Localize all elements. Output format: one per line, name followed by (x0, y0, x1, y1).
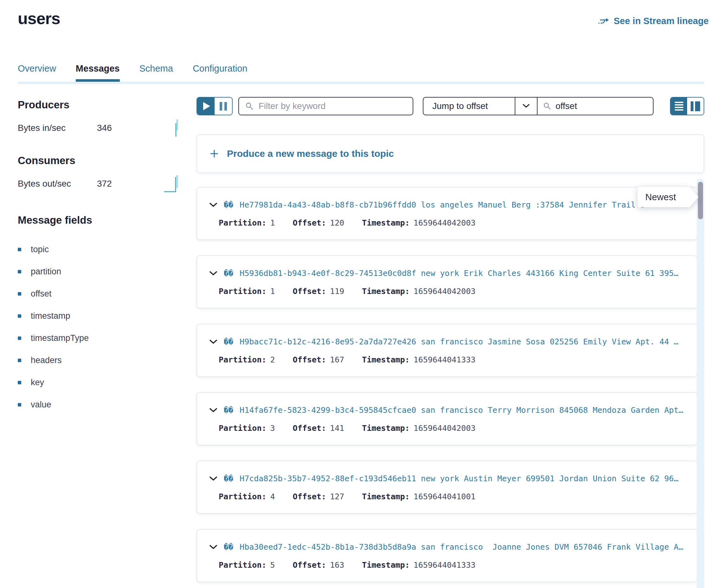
column-view-icon (690, 101, 700, 111)
message-row[interactable]: �� H14fa67fe-5823-4299-b3c4-595845cfcae0… (197, 392, 697, 445)
expand-chevron-icon[interactable] (209, 545, 218, 550)
bytes-in-sparkline (172, 119, 180, 137)
bytes-out-metric: Bytes out/sec 372 (18, 174, 180, 193)
offset-label: Offset: (293, 355, 326, 364)
offset-pair: Offset: 141 (293, 424, 345, 433)
bytes-in-label: Bytes in/sec (18, 123, 97, 133)
bytes-in-metric: Bytes in/sec 346 (18, 119, 180, 138)
message-summary: �� Hba30eed7-1edc-452b-8b1a-738d3b5d8a9a… (209, 542, 685, 551)
message-row[interactable]: �� He77981da-4a43-48ab-b8f8-cb71b96ffdd0… (197, 187, 697, 240)
message-key-glyphs: �� (224, 200, 233, 209)
message-fields-heading: Message fields (18, 214, 180, 226)
offset-label: Offset: (293, 424, 326, 433)
field-bullet-icon (18, 292, 21, 296)
expand-chevron-icon[interactable] (209, 271, 218, 276)
field-label: timestampType (31, 333, 89, 343)
produce-message-label: Produce a new message to this topic (227, 148, 394, 159)
timestamp-label: Timestamp: (362, 492, 410, 501)
message-key-text: Hba30eed7-1edc-452b-8b1a-738d3b5d8a9a sa… (240, 542, 683, 551)
offset-label: Offset: (293, 218, 326, 228)
message-summary: �� H7cda825b-35b7-4952-88ef-c193d546eb11… (209, 474, 685, 483)
scrollbar-track[interactable] (697, 179, 704, 588)
message-row[interactable]: �� H9bacc71c-b12c-4216-8e95-2a7da727e426… (197, 324, 697, 377)
tab-bar: Overview Messages Schema Configuration (18, 63, 247, 74)
consumers-heading: Consumers (18, 154, 180, 167)
partition-pair: Partition: 3 (219, 424, 275, 433)
offset-search-input[interactable] (556, 101, 647, 111)
play-pause-control (197, 97, 233, 115)
partition-pair: Partition: 2 (219, 355, 275, 364)
message-field-item[interactable]: key (18, 371, 180, 394)
message-field-item[interactable]: timestamp (18, 305, 180, 327)
timestamp-value: 1659644041333 (414, 561, 476, 570)
timestamp-label: Timestamp: (362, 561, 410, 570)
partition-label: Partition: (219, 355, 267, 364)
produce-message-button[interactable]: Produce a new message to this topic (197, 134, 704, 173)
see-in-stream-lineage-link[interactable]: See in Stream lineage (598, 16, 709, 26)
tab-configuration[interactable]: Configuration (193, 63, 248, 74)
timestamp-label: Timestamp: (362, 355, 410, 364)
field-label: topic (31, 245, 49, 254)
message-summary: �� H5936db81-b943-4e0f-8c29-74513e0c0d8f… (209, 269, 685, 278)
message-key-text: He77981da-4a43-48ab-b8f8-cb71b96ffdd0 lo… (240, 200, 645, 209)
timestamp-pair: Timestamp: 1659644042003 (362, 218, 475, 228)
newest-tooltip: Newest (638, 187, 690, 207)
expand-chevron-icon[interactable] (209, 339, 218, 344)
partition-value: 5 (270, 561, 275, 570)
expand-chevron-icon[interactable] (209, 476, 218, 481)
field-bullet-icon (18, 314, 21, 318)
message-field-item[interactable]: partition (18, 260, 180, 282)
partition-pair: Partition: 1 (219, 218, 275, 228)
jump-select-value[interactable]: Jump to offset (424, 98, 515, 115)
message-meta: Partition: 1 Offset: 119 Timestamp: 1659… (219, 287, 685, 296)
play-icon (203, 102, 210, 110)
message-row[interactable]: �� H5936db81-b943-4e0f-8c29-74513e0c0d8f… (197, 255, 697, 309)
offset-pair: Offset: 167 (293, 355, 345, 364)
message-field-item[interactable]: value (18, 394, 180, 416)
message-key-text: H7cda825b-35b7-4952-88ef-c193d546eb11 ne… (240, 474, 679, 483)
lineage-link-label: See in Stream lineage (614, 16, 709, 26)
timestamp-label: Timestamp: (362, 287, 410, 296)
bytes-out-sparkline (164, 174, 180, 193)
timestamp-value: 1659644042003 (414, 424, 476, 433)
timestamp-value: 1659644041333 (414, 355, 476, 364)
partition-pair: Partition: 5 (219, 561, 275, 570)
column-view-button[interactable] (687, 98, 704, 115)
message-list: �� He77981da-4a43-48ab-b8f8-cb71b96ffdd0… (197, 187, 697, 582)
expand-chevron-icon[interactable] (209, 203, 218, 208)
tab-schema[interactable]: Schema (140, 63, 173, 74)
offset-search-icon (543, 102, 551, 110)
pause-button[interactable] (214, 98, 232, 115)
stream-lineage-icon (598, 17, 609, 26)
message-row[interactable]: �� Hba30eed7-1edc-452b-8b1a-738d3b5d8a9a… (197, 529, 697, 582)
tab-messages[interactable]: Messages (76, 63, 120, 74)
message-field-item[interactable]: timestampType (18, 327, 180, 349)
filter-input[interactable] (259, 101, 406, 111)
timestamp-pair: Timestamp: 1659644041001 (362, 492, 475, 501)
list-view-button[interactable] (671, 98, 687, 115)
timestamp-value: 1659644041001 (414, 492, 476, 501)
offset-label: Offset: (293, 561, 326, 570)
field-bullet-icon (18, 270, 21, 273)
plus-icon (209, 149, 219, 159)
field-label: timestamp (31, 311, 70, 321)
tab-overview[interactable]: Overview (18, 63, 56, 74)
view-mode-toggle (670, 97, 704, 115)
message-key-glyphs: �� (224, 405, 233, 415)
play-button[interactable] (197, 98, 214, 115)
message-field-item[interactable]: headers (18, 349, 180, 371)
offset-value: 163 (330, 561, 344, 570)
partition-label: Partition: (219, 424, 267, 433)
message-row[interactable]: �� H7cda825b-35b7-4952-88ef-c193d546eb11… (197, 461, 697, 514)
message-field-item[interactable]: offset (18, 282, 180, 305)
page-title: users (18, 9, 60, 28)
field-bullet-icon (18, 381, 21, 384)
offset-value: 127 (330, 492, 344, 501)
partition-pair: Partition: 4 (219, 492, 275, 501)
message-field-item[interactable]: topic (18, 238, 180, 260)
scrollbar-thumb[interactable] (698, 182, 703, 219)
field-bullet-icon (18, 336, 21, 340)
timestamp-pair: Timestamp: 1659644042003 (362, 424, 475, 433)
expand-chevron-icon[interactable] (209, 408, 218, 413)
jump-select-chevron-button[interactable] (515, 98, 537, 115)
